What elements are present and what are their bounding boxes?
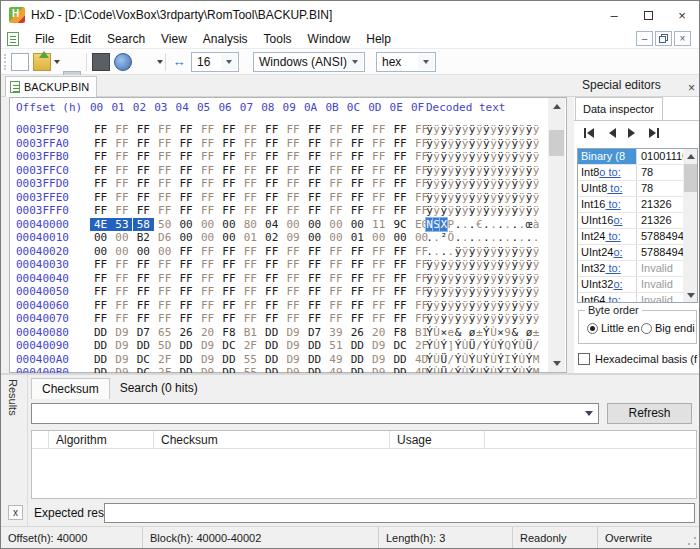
hex-byte[interactable]: 00	[176, 231, 197, 245]
decoded-char[interactable]: ÿ	[518, 150, 525, 164]
hex-byte[interactable]: FF	[111, 164, 132, 178]
decoded-char[interactable]: ÿ	[483, 177, 490, 191]
inspector-row-uint32[interactable]: UInt32o:Invalid	[578, 277, 697, 293]
decoded-char[interactable]: ÿ	[433, 204, 440, 218]
hex-byte[interactable]: FF	[240, 204, 261, 218]
hex-byte[interactable]: DC	[390, 339, 411, 353]
scrollbar-thumb[interactable]	[549, 130, 564, 156]
decoded-char[interactable]: Ù	[462, 366, 469, 373]
decoded-char[interactable]: ÿ	[476, 312, 483, 326]
decoded-char[interactable]: ÿ	[476, 245, 483, 259]
inspector-value[interactable]: 78	[638, 181, 683, 197]
decoded-char[interactable]: Ý	[454, 339, 461, 353]
decoded-char[interactable]: ÿ	[518, 177, 525, 191]
hex-byte[interactable]: FF	[154, 137, 175, 151]
decoded-char[interactable]: ÿ	[511, 137, 518, 151]
decoded-char[interactable]: ÿ	[504, 312, 511, 326]
decoded-char[interactable]: Ý	[511, 353, 518, 367]
decoded-char[interactable]: ÿ	[440, 285, 447, 299]
decoded-char[interactable]: Ü	[469, 339, 476, 353]
decoded-char[interactable]: .	[533, 231, 540, 245]
hex-byte[interactable]: DD	[176, 366, 197, 373]
decoded-char[interactable]: ÿ	[518, 164, 525, 178]
decoded-char[interactable]: ÿ	[483, 285, 490, 299]
hex-byte[interactable]: FF	[218, 285, 239, 299]
hex-byte[interactable]: FF	[90, 312, 111, 326]
menu-window[interactable]: Window	[300, 30, 359, 48]
hex-byte[interactable]: FF	[111, 258, 132, 272]
hex-byte[interactable]: FF	[325, 245, 346, 259]
decoded-char[interactable]: ±	[533, 326, 540, 340]
hex-byte[interactable]: FF	[261, 191, 282, 205]
decoded-char[interactable]: .	[433, 245, 440, 259]
hex-byte[interactable]: FF	[154, 285, 175, 299]
hex-byte[interactable]: DD	[261, 353, 282, 367]
decoded-char[interactable]: .	[476, 231, 483, 245]
decoded-char[interactable]: ÿ	[440, 191, 447, 205]
hex-byte[interactable]: FF	[347, 272, 368, 286]
hex-byte[interactable]: DD	[347, 339, 368, 353]
decoded-char[interactable]: ÿ	[476, 258, 483, 272]
decoded-char[interactable]: .	[426, 231, 433, 245]
hex-byte[interactable]: FF	[304, 258, 325, 272]
hex-byte[interactable]: 39	[325, 326, 346, 340]
decoded-char[interactable]: ÿ	[525, 191, 532, 205]
hex-byte[interactable]: FF	[390, 123, 411, 137]
decoded-char[interactable]: .	[462, 218, 469, 232]
decoded-char[interactable]: ÿ	[490, 245, 497, 259]
hex-byte[interactable]: 55	[240, 366, 261, 373]
decoded-char[interactable]: ÿ	[433, 150, 440, 164]
hex-byte[interactable]: DC	[133, 366, 154, 373]
decoded-char[interactable]: ÿ	[490, 258, 497, 272]
decoded-char[interactable]: ÿ	[454, 258, 461, 272]
maximize-button[interactable]	[631, 1, 665, 29]
decoded-char[interactable]: ÿ	[433, 123, 440, 137]
decoded-char[interactable]: ÿ	[511, 285, 518, 299]
hex-byte[interactable]: FF	[304, 285, 325, 299]
decoded-char[interactable]: ÿ	[426, 164, 433, 178]
decoded-char[interactable]: .	[433, 231, 440, 245]
hex-byte[interactable]: FF	[240, 150, 261, 164]
hex-byte[interactable]: FF	[261, 299, 282, 313]
decoded-char[interactable]: ÿ	[433, 312, 440, 326]
hex-byte[interactable]: FF	[325, 191, 346, 205]
hex-byte[interactable]: 00	[304, 218, 325, 232]
hex-byte[interactable]: DD	[390, 353, 411, 367]
hex-byte[interactable]: FF	[176, 272, 197, 286]
inspector-value[interactable]: 21326	[638, 197, 683, 213]
decoded-char[interactable]: ÿ	[511, 204, 518, 218]
decoded-char[interactable]: ÿ	[454, 204, 461, 218]
decoded-char[interactable]: Ù	[490, 339, 497, 353]
menu-file[interactable]: File	[27, 30, 62, 48]
decoded-char[interactable]: ÿ	[490, 123, 497, 137]
hex-byte[interactable]: FF	[261, 245, 282, 259]
decoded-char[interactable]: ÿ	[447, 177, 454, 191]
decoded-char[interactable]: ÿ	[533, 204, 540, 218]
decoded-char[interactable]: ÿ	[462, 258, 469, 272]
decoded-char[interactable]: M	[533, 353, 540, 367]
hex-byte[interactable]: FF	[111, 177, 132, 191]
decoded-char[interactable]: ÿ	[533, 272, 540, 286]
navigate-next-icon[interactable]	[626, 127, 638, 139]
mdi-close-button[interactable]: ×	[674, 31, 691, 46]
hex-byte[interactable]: FF	[368, 204, 389, 218]
decoded-char[interactable]: ÿ	[469, 123, 476, 137]
decoded-char[interactable]: ÿ	[525, 245, 532, 259]
hex-byte[interactable]: 20	[368, 326, 389, 340]
decoded-char[interactable]: ÿ	[447, 137, 454, 151]
hex-byte[interactable]: F8	[390, 326, 411, 340]
hex-byte[interactable]: FF	[325, 164, 346, 178]
decoded-char[interactable]: ÿ	[454, 299, 461, 313]
decoded-char[interactable]: .	[497, 231, 504, 245]
go-to-link[interactable]: o:	[613, 214, 622, 226]
decoded-char[interactable]: Ý	[426, 353, 433, 367]
inspector-value[interactable]: 5788494	[638, 245, 683, 261]
go-to-link[interactable]: to:	[605, 198, 620, 210]
hex-byte[interactable]: FF	[133, 177, 154, 191]
hex-byte[interactable]: FF	[176, 164, 197, 178]
hex-byte[interactable]: FF	[304, 150, 325, 164]
decoded-char[interactable]: ×	[497, 326, 504, 340]
menu-tools[interactable]: Tools	[256, 30, 300, 48]
hex-byte[interactable]: FF	[283, 123, 304, 137]
decoded-char[interactable]: .	[454, 231, 461, 245]
